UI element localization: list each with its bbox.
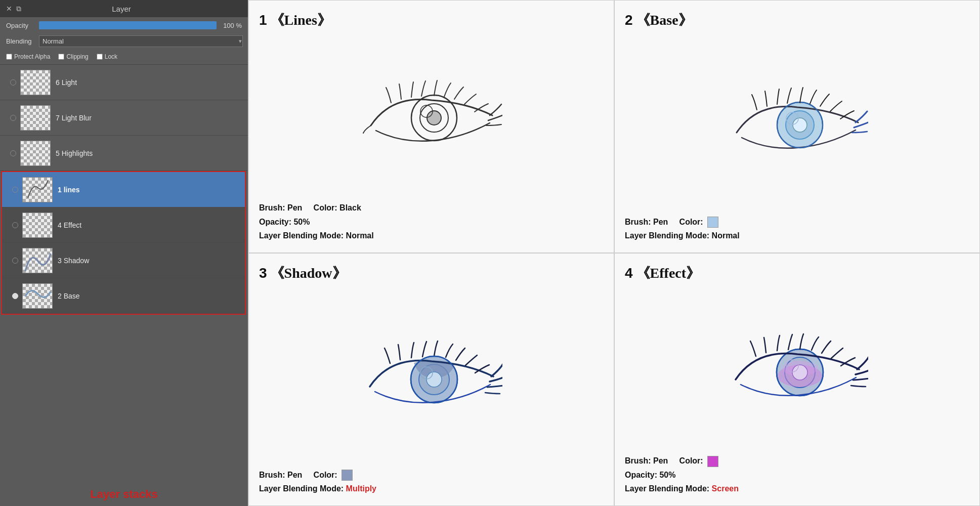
panel-title-bar: ✕ ⧉ Layer xyxy=(0,0,248,17)
quadrant-title-text: 《Effect》 xyxy=(636,264,701,283)
quadrant-info: Brush: Pen Color: Opacity: 50% Layer Ble… xyxy=(625,454,969,495)
svg-point-20 xyxy=(792,365,807,380)
svg-point-13 xyxy=(427,372,442,387)
info-line1: Brush: Pen Color: Black xyxy=(259,201,604,215)
info-line2: Layer Blending Mode: Normal xyxy=(625,229,969,242)
quadrant-title: 2 《Base》 xyxy=(625,11,969,30)
opacity-value: 100 % xyxy=(222,22,242,29)
color-swatch-effect xyxy=(707,456,718,467)
quadrant-info: Brush: Pen Color: Black Opacity: 50% Lay… xyxy=(259,201,604,242)
layer-radio xyxy=(12,258,18,264)
layer-thumbnail xyxy=(22,283,53,309)
blending-select[interactable]: Normal Multiply Screen Overlay Add xyxy=(39,35,243,47)
blending-label: Blending xyxy=(6,37,34,45)
close-icon[interactable]: ✕ xyxy=(6,5,12,13)
eye-illustration xyxy=(259,288,604,463)
quadrant-number: 1 xyxy=(259,12,267,28)
quadrant-title-text: 《Base》 xyxy=(636,11,693,30)
color-swatch-base xyxy=(707,217,718,228)
layer-radio xyxy=(10,79,16,86)
quadrant-lines: 1 《Lines》 xyxy=(248,0,614,253)
layer-group-box: 1 lines 4 Effect 3 Shadow xyxy=(1,171,246,315)
protect-alpha-checkbox[interactable]: Protect Alpha xyxy=(6,53,50,60)
layer-name: 6 Light xyxy=(56,78,77,87)
clipping-checkbox[interactable]: Clipping xyxy=(58,53,88,60)
info-line1: Brush: Pen Color: xyxy=(259,468,604,482)
layer-thumbnail xyxy=(22,213,53,238)
layer-radio xyxy=(10,115,16,121)
checkboxes-row: Protect Alpha Clipping Lock xyxy=(0,51,248,65)
quadrant-effect: 4 《Effect》 xyxy=(614,253,980,506)
info-line2: Opacity: 50% xyxy=(259,215,604,229)
layers-list: 6 Light 7 Light Blur 5 Highlights 1 line… xyxy=(0,65,248,478)
info-line2: Layer Blending Mode: Multiply xyxy=(259,482,604,495)
tutorial-grid: 1 《Lines》 xyxy=(248,0,980,506)
layer-radio xyxy=(10,150,16,156)
layer-thumbnail xyxy=(20,105,51,131)
info-line2: Opacity: 50% xyxy=(625,468,969,482)
expand-icon[interactable]: ⧉ xyxy=(16,5,21,13)
eye-illustration xyxy=(625,288,969,449)
layer-item[interactable]: 5 Highlights xyxy=(0,136,248,171)
layer-radio xyxy=(12,222,18,228)
quadrant-title: 3 《Shadow》 xyxy=(259,264,604,283)
layer-item[interactable]: 6 Light xyxy=(0,65,248,100)
eye-svg-lines xyxy=(361,65,502,166)
quadrant-number: 4 xyxy=(625,265,633,281)
layer-item[interactable]: 1 lines xyxy=(2,172,245,207)
layer-thumbnail xyxy=(22,248,53,273)
layer-radio xyxy=(12,293,18,299)
quadrant-number: 3 xyxy=(259,265,267,281)
layer-name: 2 Base xyxy=(58,292,80,300)
info-line1: Brush: Pen Color: xyxy=(625,215,969,229)
layer-name: 1 lines xyxy=(58,186,80,194)
svg-point-8 xyxy=(793,118,807,132)
info-line1: Brush: Pen Color: xyxy=(625,454,969,468)
layer-name: 5 Highlights xyxy=(56,149,93,157)
layer-item[interactable]: 2 Base xyxy=(2,278,245,314)
opacity-slider[interactable] xyxy=(39,21,217,29)
bottom-label: Layer stacks xyxy=(0,478,248,506)
quadrant-title: 4 《Effect》 xyxy=(625,264,969,283)
opacity-row: Opacity 100 % xyxy=(0,17,248,33)
quadrant-title-text: 《Lines》 xyxy=(270,11,331,30)
opacity-fill xyxy=(39,21,217,29)
layer-radio xyxy=(12,187,18,193)
quadrant-base: 2 《Base》 xyxy=(614,0,980,253)
layer-name: 4 Effect xyxy=(58,221,81,229)
opacity-label: Opacity xyxy=(6,22,34,29)
quadrant-title: 1 《Lines》 xyxy=(259,11,604,30)
layer-item[interactable]: 7 Light Blur xyxy=(0,100,248,136)
layer-item[interactable]: 3 Shadow xyxy=(2,243,245,278)
info-line3: Layer Blending Mode: Normal xyxy=(259,229,604,242)
quadrant-number: 2 xyxy=(625,12,633,28)
layer-panel: ✕ ⧉ Layer Opacity 100 % Blending Normal … xyxy=(0,0,248,506)
quadrant-title-text: 《Shadow》 xyxy=(270,264,347,283)
svg-rect-1 xyxy=(23,284,53,309)
lock-checkbox[interactable]: Lock xyxy=(97,53,117,60)
quadrant-info: Brush: Pen Color: Layer Blending Mode: N… xyxy=(625,215,969,242)
quadrant-info: Brush: Pen Color: Layer Blending Mode: M… xyxy=(259,468,604,495)
blending-row: Blending Normal Multiply Screen Overlay … xyxy=(0,33,248,51)
svg-point-4 xyxy=(427,111,441,125)
eye-illustration xyxy=(259,35,604,196)
eye-illustration xyxy=(625,35,969,210)
layer-thumbnail xyxy=(20,70,51,95)
color-swatch-shadow xyxy=(342,470,353,481)
quadrant-shadow: 3 《Shadow》 xyxy=(248,253,614,506)
layer-item[interactable]: 4 Effect xyxy=(2,207,245,243)
title-icons: ✕ ⧉ xyxy=(6,5,21,13)
info-line3: Layer Blending Mode: Screen xyxy=(625,482,969,495)
eye-svg-effect xyxy=(727,318,868,419)
layer-name: 7 Light Blur xyxy=(56,114,92,122)
layer-name: 3 Shadow xyxy=(58,257,89,265)
layer-thumbnail xyxy=(22,177,53,202)
eye-svg-shadow xyxy=(361,325,502,426)
panel-title: Layer xyxy=(21,5,222,13)
eye-svg-base xyxy=(727,72,868,173)
layer-thumbnail xyxy=(20,141,51,166)
